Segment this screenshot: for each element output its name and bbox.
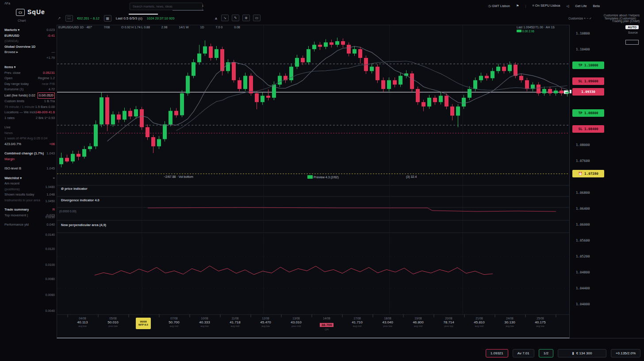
ratio-button[interactable]: 1/2: [539, 349, 553, 357]
timeline-cell-0[interactable]: 04/0840.113avg low: [67, 317, 98, 327]
top-menu-item-3[interactable]: ⌗ On SEPU Lisboa: [533, 4, 560, 8]
price-tag-sl-4[interactable]: SL 1.08400: [572, 125, 604, 133]
sidebar-row-19[interactable]: 423.0/0.7%+06: [4, 142, 55, 147]
sidebar-row-9[interactable]: Day range todaynear P/B: [4, 81, 55, 87]
drawdown-annotation: −2/67.88 · Vol bottom: [164, 175, 193, 178]
draw-tool-2[interactable]: ✎: [232, 15, 239, 21]
sidebar-row-4[interactable]: Browse ▸—: [4, 50, 55, 55]
tab-last-price[interactable]: Last 0.5 6/5/3 (c): [116, 16, 142, 20]
sidebar-row-label: Shown results today: [4, 192, 34, 198]
timeline-cell-11[interactable]: 19/0846.800avg mid: [403, 317, 433, 327]
grid-layout-icon[interactable]: ▦: [104, 15, 111, 22]
timeline-cell-14[interactable]: 24/0830.130avg low: [494, 317, 525, 327]
price-tag-cur-2[interactable]: 1.09330: [572, 88, 604, 96]
sidebar-row-value: +06: [49, 142, 55, 147]
sidebar-row-10[interactable]: Eurozone (1)4.72: [4, 87, 55, 92]
sidebar-row-28[interactable]: Trade summaryR: [4, 207, 55, 213]
search-input[interactable]: Search markets, news, ideas: [130, 3, 203, 10]
timeline-cell-5[interactable]: 11/0841.718avg mid: [220, 317, 250, 327]
scale-settings-box[interactable]: [625, 40, 639, 45]
timeline-cell-10[interactable]: 18/0843.040prev low: [372, 317, 403, 327]
draw-tool-3[interactable]: ⊕: [242, 15, 250, 21]
screenshot-icon[interactable]: ⛶: [65, 15, 73, 22]
price-label-8: 1.05200: [576, 254, 590, 258]
sidebar-row-7[interactable]: Prev. close0.05231: [4, 70, 55, 76]
sidebar-row-12[interactable]: Custom limits1 B.Tra: [4, 99, 55, 104]
timeline-cell-6[interactable]: 12/0845.470avg low: [250, 317, 281, 327]
sidebar-row-23[interactable]: Watchlist ▾≡: [4, 176, 55, 181]
sidebar-row-16[interactable]: Live: [4, 125, 55, 131]
price-scale[interactable]: AUTO Source 1.108001.104001.080001.07600…: [570, 25, 644, 338]
sidebar-row-8[interactable]: OpenRegime 1.2: [4, 76, 55, 81]
legend-item-3: 2.98: [161, 26, 168, 29]
timeline-cell-3[interactable]: 07/0850.700avg mid: [159, 317, 189, 327]
auto-scale-badge[interactable]: AUTO: [625, 25, 639, 29]
sidebar-row-21[interactable]: Margin: [4, 157, 55, 162]
top-menu-item-0[interactable]: ◷ GMT Lisbon: [488, 4, 510, 8]
price-label-0: 1.10800: [576, 31, 590, 35]
price-tag-alert-5[interactable]: ⏰ 1.07280: [572, 170, 604, 177]
sidebar-row-17[interactable]: News: [4, 131, 55, 136]
timeline-cell-13[interactable]: 21/0845.810avg mid: [464, 317, 494, 327]
draw-tool-1[interactable]: ↘: [221, 15, 229, 21]
timeline-cell-15[interactable]: 25/0840.175avg low: [525, 317, 556, 327]
timeline-value: 30.130: [494, 320, 525, 324]
legend-item-1: 7/08: [104, 26, 110, 29]
timeline-news-marker[interactable]: 06/08NFP 8.5: [136, 318, 151, 329]
timeline-sub: avg mid: [464, 325, 494, 327]
sell-button[interactable]: 1.09321: [486, 349, 508, 357]
sidebar-row-18[interactable]: 1 week of 4PM Avg 0.05 0.04: [4, 136, 55, 142]
top-menu-item-1[interactable]: ⚑: [516, 4, 519, 8]
sidebar-row-2[interactable]: (OANDA): [4, 38, 55, 44]
sidebar-row-value: 1.5 Bars 0.00: [35, 104, 55, 110]
price-tag-tp-3[interactable]: TP 1.08800: [572, 109, 604, 117]
timeline-cell-4[interactable]: 10/0840.333avg low: [189, 317, 220, 327]
price-tag-tp-0[interactable]: TP 1.10000: [572, 61, 604, 69]
legend-item-2: O 0.92 H 1.74 L 0.88: [121, 26, 150, 29]
pane1-label[interactable]: Ø price indicator: [61, 187, 88, 191]
price-label-10: 1.04400: [576, 286, 590, 290]
main-chart-canvas[interactable]: [57, 25, 569, 337]
sidebar-row-20[interactable]: Combined change (1.7%)1.043: [4, 151, 55, 157]
amount-button[interactable]: Av 7.01: [513, 349, 534, 357]
customize-toolbar-label[interactable]: Customize + − ✓: [568, 17, 592, 20]
timeline-cell-9[interactable]: 17/0841.710avg mid: [342, 317, 372, 327]
pnl-button[interactable]: +0.135/2.0%: [611, 349, 640, 357]
sidebar-row-22[interactable]: ISO-level B1.045: [4, 166, 55, 172]
sidebar-row-label: Browse ▸: [4, 50, 18, 55]
sidebar-row-11[interactable]: Last (live funds) 0.020.0/0.0520: [4, 92, 55, 99]
draw-tool-0[interactable]: ▲: [214, 16, 218, 20]
top-menu-item-5[interactable]: Get Life: [575, 4, 586, 8]
preview-annotation[interactable]: Preview 4.3 (2/62): [307, 175, 339, 179]
brand-logo-icon[interactable]: CI: [16, 9, 25, 16]
top-menu-item-4[interactable]: ◁: [567, 4, 569, 8]
legend-item-7: 0.08: [234, 26, 240, 29]
sidebar-row-5[interactable]: +1.79: [4, 55, 55, 61]
sidebar-row-1[interactable]: EUR/USD-0.41: [4, 33, 55, 39]
timeline-cell-8[interactable]: 14/0838.700CPI: [311, 317, 342, 331]
sidebar-row-30[interactable]: Performance ytd0.040: [4, 222, 55, 228]
timeline-cell-7[interactable]: 13/0843.010prev mid: [281, 317, 311, 327]
top-menu-item-6[interactable]: Beta: [593, 4, 600, 8]
draw-tool-4[interactable]: ▭: [253, 15, 261, 21]
sidebar-row-26[interactable]: Shown results today1.048: [4, 192, 55, 198]
sidebar-row-label: Eurozone (1): [4, 87, 23, 92]
balance-button[interactable]: ▮€ 134 300: [558, 349, 606, 357]
templates-label[interactable]: Templates (Customize): [604, 17, 636, 20]
sidebar-row-6[interactable]: Items ▾: [4, 65, 55, 70]
price-tag-sl-1[interactable]: SL 1.09600: [572, 77, 604, 85]
left-axis-value-2: 0.0230: [42, 215, 55, 219]
sidebar-row-3[interactable]: Global Overview 1D: [4, 44, 55, 50]
sidebar-row-13[interactable]: 75 minute / 1 minute1.5 Bars 0.00: [4, 104, 55, 110]
chart-area[interactable]: [57, 25, 570, 338]
timeline-cell-1[interactable]: 05/0850.010prev low: [98, 317, 128, 327]
sidebar-row-14[interactable]: Locations — We include148-009 41.6: [4, 110, 55, 115]
sidebar-row-label: Open: [4, 76, 12, 81]
timeline-cell-12[interactable]: 20/0878.714prev top: [433, 317, 464, 327]
share-icon[interactable]: ↗: [58, 16, 61, 20]
pane3-label[interactable]: New perpendicular area (4,9): [61, 223, 106, 227]
sidebar-row-15[interactable]: 1 rates2 Brk 1* 0.93: [4, 115, 55, 121]
pane2-label[interactable]: Divergence indicator 4.0: [61, 198, 100, 202]
sidebar-row-0[interactable]: Markets ▾0.023: [4, 27, 55, 33]
balance-button-icon: ▮: [572, 351, 574, 355]
